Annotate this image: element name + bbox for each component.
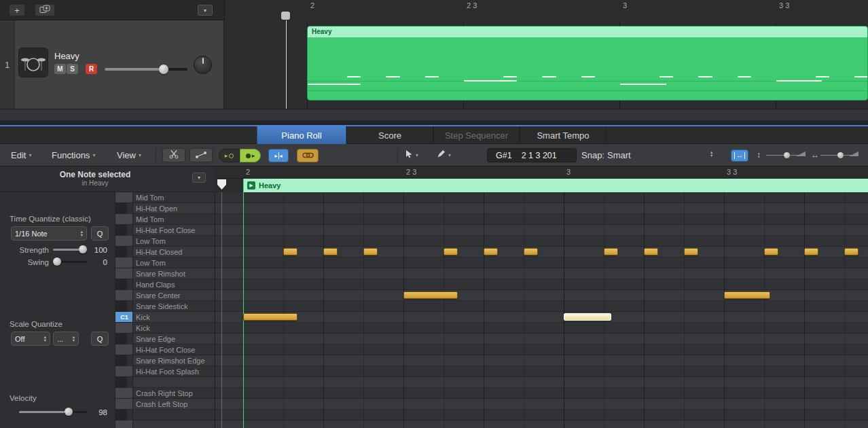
lane-name[interactable]: Low Tom <box>133 236 215 247</box>
lane-name[interactable]: Snare Rimshot <box>133 268 215 279</box>
lane-name[interactable]: Hand Claps <box>133 279 215 290</box>
auto-zoom-button[interactable]: ↔ <box>731 149 748 162</box>
drum-key[interactable] <box>115 388 133 399</box>
tab-smart-tempo[interactable]: Smart Tempo <box>520 126 607 144</box>
pencil-tool-menu[interactable]: ▾ <box>437 149 451 160</box>
vertical-zoom-slider[interactable] <box>766 149 806 161</box>
drum-key[interactable] <box>115 290 133 301</box>
lane-name[interactable]: Snare Rimshot Edge <box>133 355 215 366</box>
tab-score[interactable]: Score <box>346 126 433 144</box>
midi-note[interactable] <box>484 248 498 255</box>
midi-note[interactable] <box>604 248 618 255</box>
scale-apply-button[interactable]: Q <box>91 332 109 346</box>
drum-key[interactable] <box>115 410 127 421</box>
lane-name[interactable]: Kick <box>133 312 215 323</box>
volume-knob[interactable] <box>159 65 168 74</box>
lane-name[interactable]: Hi-Hat Foot Close <box>133 225 215 236</box>
lane-name[interactable]: Snare Edge <box>133 334 215 344</box>
drum-key[interactable] <box>115 399 133 410</box>
midi-in-button[interactable]: ▸ <box>219 149 240 162</box>
editor-ruler[interactable]: 22 333 3 <box>215 166 868 179</box>
midi-note[interactable] <box>724 291 770 299</box>
lane-name[interactable] <box>133 410 215 421</box>
edit-menu[interactable]: Edit▾ <box>11 150 31 160</box>
lane-name[interactable]: Mid Tom <box>133 214 215 225</box>
pointer-tool-menu[interactable]: ▾ <box>405 149 418 161</box>
drum-key[interactable] <box>115 344 133 355</box>
scale-root-select[interactable]: Off ▴▾ <box>11 332 50 346</box>
drum-key[interactable] <box>115 192 133 203</box>
lane-name[interactable] <box>133 377 215 388</box>
drum-key[interactable] <box>115 236 133 247</box>
drum-key[interactable] <box>115 268 133 279</box>
automation-button[interactable] <box>189 148 213 162</box>
midi-note[interactable] <box>323 248 338 255</box>
region-name-bar[interactable]: Heavy <box>308 26 867 37</box>
region-play-icon[interactable]: ▶ <box>247 181 255 190</box>
lane-name[interactable]: Hi-Hat Open <box>133 203 215 214</box>
mute-button[interactable]: M <box>54 64 66 74</box>
drum-key[interactable] <box>115 301 127 312</box>
lane-name[interactable]: Crash Left Stop <box>133 399 215 410</box>
catch-playhead-button[interactable]: ▸◂ <box>268 149 289 162</box>
volume-slider[interactable] <box>105 61 187 76</box>
view-menu[interactable]: View▾ <box>117 150 141 160</box>
drum-key[interactable] <box>115 377 127 388</box>
drum-key[interactable] <box>115 203 127 214</box>
drum-key[interactable] <box>115 366 133 377</box>
add-track-button[interactable]: + <box>9 4 25 16</box>
midi-note[interactable] <box>283 248 297 255</box>
midi-note[interactable] <box>644 248 658 255</box>
lane-name[interactable]: Hi-Hat Foot Splash <box>133 366 215 377</box>
horizontal-zoom-slider[interactable] <box>820 149 858 161</box>
midi-out-button[interactable]: ▸ <box>240 149 261 162</box>
drum-key[interactable] <box>115 323 133 334</box>
lane-name[interactable]: Hi-Hat Closed <box>133 247 215 257</box>
region-header[interactable]: ▶ Heavy <box>243 179 868 192</box>
drum-key[interactable] <box>115 257 133 268</box>
inspector-options-button[interactable]: ▾ <box>192 173 206 183</box>
scale-mode-select[interactable]: ... ▴▾ <box>53 332 79 346</box>
tab-piano-roll[interactable]: Piano Roll <box>257 126 346 144</box>
duplicate-track-button[interactable] <box>35 4 55 16</box>
snap-select[interactable]: Smart <box>607 150 631 160</box>
drum-key-selected[interactable]: C1 <box>115 312 133 323</box>
track-header-options-button[interactable]: ▾ <box>198 5 213 16</box>
midi-note-selected[interactable] <box>564 313 611 321</box>
lane-name[interactable]: Snare Sidestick <box>133 301 215 312</box>
drum-key[interactable] <box>115 334 127 344</box>
drum-key[interactable] <box>115 279 127 290</box>
drum-key[interactable] <box>115 355 127 366</box>
tracks-lane-area[interactable]: Heavy <box>224 20 868 109</box>
note-grid[interactable] <box>215 192 868 428</box>
strength-slider[interactable] <box>53 245 87 254</box>
lane-name[interactable]: Crash Right Stop <box>133 388 215 399</box>
midi-note[interactable] <box>444 248 458 255</box>
time-quantize-select[interactable]: 1/16 Note ▴▾ <box>11 226 87 240</box>
midi-note[interactable] <box>804 248 818 255</box>
lane-name[interactable]: Low Tom <box>133 257 215 268</box>
drum-key[interactable] <box>115 247 127 257</box>
lane-name[interactable]: Mid Tom <box>133 192 215 203</box>
lane-name[interactable]: Kick <box>133 323 215 334</box>
pan-knob[interactable] <box>194 56 212 74</box>
drum-key[interactable] <box>115 421 133 428</box>
link-button[interactable] <box>297 149 319 162</box>
split-tool-button[interactable] <box>162 148 185 162</box>
velocity-slider[interactable] <box>19 407 87 416</box>
drum-key[interactable] <box>115 225 127 236</box>
tracks-ruler[interactable]: 22 333 3 <box>224 0 868 20</box>
snap-chevrons-icon[interactable]: ▴▾ <box>710 151 712 157</box>
midi-note[interactable] <box>684 248 698 255</box>
playhead[interactable] <box>286 20 287 109</box>
midi-note[interactable] <box>403 291 458 299</box>
quantize-apply-button[interactable]: Q <box>91 226 109 240</box>
playhead-handle[interactable] <box>281 12 290 20</box>
lane-name[interactable]: Hi-Hat Foot Close <box>133 344 215 355</box>
midi-note[interactable] <box>764 248 778 255</box>
midi-region[interactable]: Heavy <box>307 26 868 101</box>
record-enable-button[interactable]: R <box>86 64 97 74</box>
midi-note[interactable] <box>363 248 378 255</box>
lane-name[interactable]: Snare Center <box>133 290 215 301</box>
tab-step-sequencer[interactable]: Step Sequencer <box>433 126 520 144</box>
